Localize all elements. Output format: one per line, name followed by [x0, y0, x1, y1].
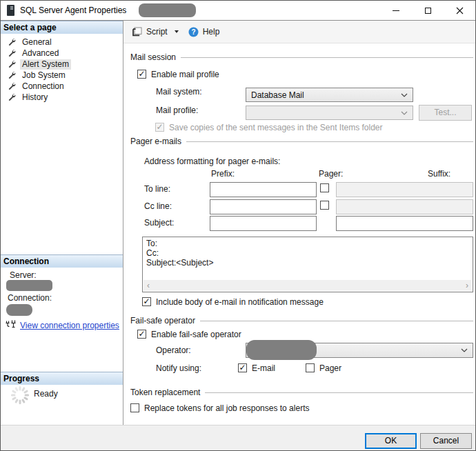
mail-profile-label: Mail profile:: [156, 106, 198, 115]
test-button: Test...: [419, 105, 472, 121]
sidebar: Select a page General Advanced Alert Sys…: [1, 21, 123, 425]
group-divider: [205, 392, 473, 393]
horizontal-scrollbar[interactable]: ‹ ›: [143, 280, 472, 291]
scroll-right-icon[interactable]: ›: [466, 281, 468, 290]
sidebar-item-label: General: [20, 37, 54, 48]
sidebar-item-job-system[interactable]: Job System: [8, 70, 68, 81]
minimize-button[interactable]: [380, 1, 412, 20]
server-icon: [7, 5, 14, 18]
fail-safe-operator-group: Fail-safe operator: [130, 316, 473, 325]
chevron-down-icon: [461, 348, 468, 352]
replace-tokens-checkbox[interactable]: Replace tokens for all job responses to …: [130, 403, 309, 413]
notify-email-checkbox[interactable]: ✓ E-mail: [238, 363, 275, 373]
progress-section-header: Progress: [1, 372, 123, 385]
group-divider: [186, 141, 473, 142]
checkbox-box: [320, 183, 329, 192]
view-connection-properties-link[interactable]: View connection properties: [20, 321, 119, 330]
wrench-icon: [8, 93, 16, 101]
wrench-icon: [8, 49, 16, 57]
window-title: SQL Server Agent Properties: [20, 1, 126, 20]
prefix-column-header: Prefix:: [211, 169, 235, 179]
sql-server-agent-properties-dialog: SQL Server Agent Properties Select a pag…: [0, 0, 476, 451]
group-label: Fail-safe operator: [130, 316, 195, 325]
cc-line-prefix-input[interactable]: [210, 199, 317, 214]
checkbox-box: [306, 363, 315, 372]
token-replacement-group: Token replacement: [130, 388, 473, 397]
sidebar-item-label: Job System: [20, 70, 68, 81]
subject-suffix-input[interactable]: [336, 216, 473, 231]
toolbar: Script ? Help: [123, 21, 476, 43]
sidebar-item-alert-system[interactable]: Alert System: [8, 59, 71, 70]
chevron-down-icon: [401, 93, 408, 97]
preview-subject-line: Subject:<Subject>: [143, 258, 473, 268]
to-line-pager-checkbox[interactable]: [320, 183, 329, 192]
checkbox-box: [130, 403, 139, 412]
title-bar: SQL Server Agent Properties: [1, 1, 475, 21]
script-icon: [132, 27, 142, 37]
to-line-prefix-input[interactable]: [210, 182, 317, 197]
close-icon: [456, 7, 464, 14]
progress-status: Ready: [34, 389, 58, 399]
cc-line-label: Cc line:: [144, 201, 172, 211]
subject-prefix-input[interactable]: [210, 216, 317, 231]
maximize-button[interactable]: [412, 1, 444, 20]
sidebar-item-history[interactable]: History: [8, 92, 50, 103]
pager-column-header: Pager:: [319, 169, 343, 179]
spinner-icon: [10, 385, 30, 408]
mail-session-group: Mail session: [130, 52, 473, 62]
group-label: Token replacement: [130, 388, 200, 397]
checkbox-box: [320, 201, 329, 210]
checkbox-box: ✓: [155, 123, 164, 132]
group-divider: [200, 321, 473, 321]
operator-label: Operator:: [156, 345, 191, 355]
script-label: Script: [146, 27, 168, 37]
include-body-checkbox[interactable]: ✓ Include body of e-mail in notification…: [142, 297, 324, 307]
mail-system-select[interactable]: Database Mail: [246, 88, 413, 102]
script-dropdown-icon: [175, 30, 179, 33]
sidebar-item-connection[interactable]: Connection: [8, 81, 66, 92]
sidebar-item-label: Advanced: [20, 48, 61, 59]
enable-fail-safe-checkbox[interactable]: ✓ Enable fail-safe operator: [137, 330, 241, 339]
ok-button[interactable]: OK: [365, 433, 417, 449]
checkbox-box: ✓: [238, 363, 247, 372]
server-label: Server:: [10, 270, 37, 280]
cancel-button[interactable]: Cancel: [420, 433, 472, 449]
cc-line-pager-checkbox[interactable]: [320, 201, 329, 210]
redacted-server-value: [6, 280, 52, 291]
close-button[interactable]: [444, 1, 475, 20]
mail-system-label: Mail system:: [156, 87, 202, 97]
notify-pager-checkbox[interactable]: Pager: [306, 363, 341, 373]
redacted-connection-value: [6, 304, 32, 316]
address-formatting-label: Address formatting for pager e-mails:: [144, 157, 280, 166]
maximize-icon: [425, 8, 431, 14]
suffix-column-header: Suffix:: [428, 169, 450, 179]
to-line-label: To line:: [144, 184, 170, 194]
alert-system-page: Mail session ✓ Enable mail profile Mail …: [123, 43, 476, 425]
sidebar-item-general[interactable]: General: [8, 37, 54, 48]
sidebar-item-label: Connection: [20, 81, 66, 92]
wrench-icon: [8, 71, 16, 79]
svg-text:?: ?: [191, 28, 195, 36]
notify-using-label: Notify using:: [156, 363, 201, 373]
window-controls: [380, 1, 475, 20]
save-copies-checkbox: ✓ Save copies of the sent messages in th…: [155, 123, 383, 132]
group-label: Mail session: [130, 52, 176, 62]
sidebar-item-label: Alert System: [20, 59, 71, 70]
script-button[interactable]: Script: [130, 23, 181, 40]
view-connection-properties[interactable]: View connection properties: [5, 320, 119, 330]
sidebar-item-label: History: [20, 92, 50, 103]
preview-to-line: To:: [143, 237, 473, 248]
group-label: Pager e-mails: [130, 137, 181, 146]
subject-label: Subject:: [144, 218, 174, 228]
help-button[interactable]: ? Help: [186, 23, 223, 40]
sidebar-item-advanced[interactable]: Advanced: [8, 48, 61, 59]
enable-mail-profile-checkbox[interactable]: ✓ Enable mail profile: [137, 70, 219, 79]
redacted-operator-value: [246, 340, 317, 360]
help-label: Help: [203, 27, 220, 37]
minimize-icon: [393, 10, 399, 11]
pager-address-preview: To: Cc: Subject:<Subject> ‹ ›: [142, 237, 473, 292]
checkbox-box: ✓: [142, 297, 151, 306]
wrench-icon: [8, 38, 16, 46]
scroll-left-icon[interactable]: ‹: [147, 281, 150, 290]
to-line-suffix-input: [336, 182, 473, 197]
